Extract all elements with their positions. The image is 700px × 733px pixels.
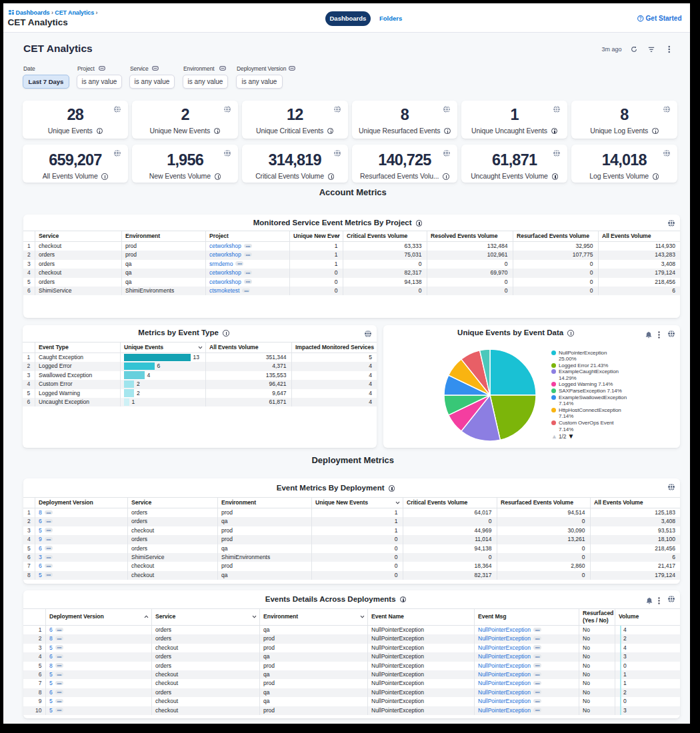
svg-text:?: ? [639, 16, 642, 21]
